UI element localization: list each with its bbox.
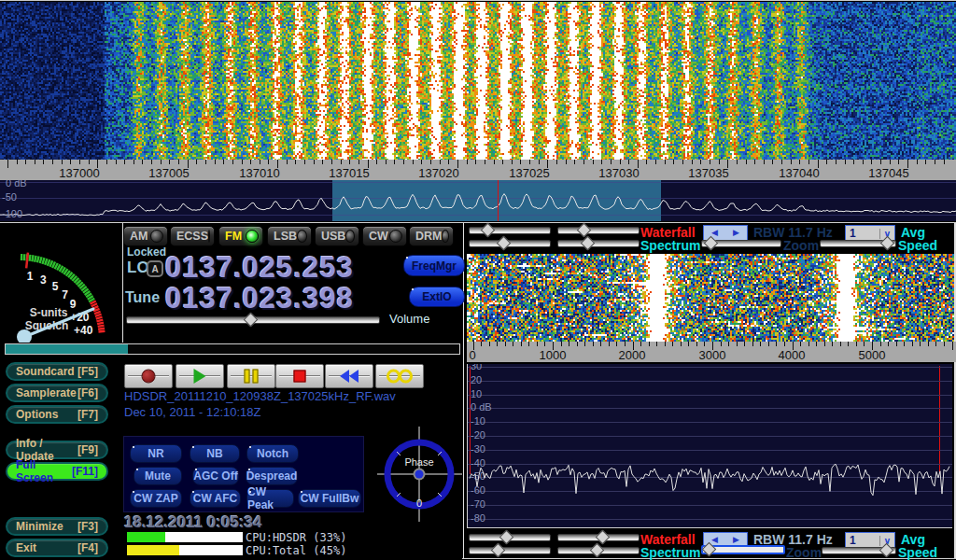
lo-frequency-value[interactable]: 0137.025.253 bbox=[165, 251, 354, 285]
record-button[interactable] bbox=[124, 364, 173, 388]
arrow-right-icon[interactable]: ▶ bbox=[733, 536, 739, 544]
slider-thumb[interactable] bbox=[499, 530, 514, 545]
tick-mark bbox=[277, 160, 278, 168]
tune-slider[interactable] bbox=[126, 316, 380, 324]
info-update-button[interactable]: Info / Update [F9] bbox=[6, 441, 108, 459]
tick-mark bbox=[520, 160, 521, 164]
spectrum-contrast-slider[interactable] bbox=[557, 240, 640, 247]
rf-waterfall[interactable] bbox=[0, 2, 956, 160]
af-frequency-scale[interactable]: 0 1000 2000 3000 4000 5000 bbox=[467, 342, 956, 362]
tick-mark bbox=[223, 160, 224, 164]
slider-thumb[interactable] bbox=[590, 543, 605, 558]
freq-tick-label: 1000 bbox=[540, 348, 567, 362]
notch-button[interactable]: Notch bbox=[246, 444, 299, 463]
tune-frequency-value[interactable]: 0137.023.398 bbox=[165, 282, 354, 315]
zoom-slider[interactable] bbox=[701, 240, 781, 247]
loop-button[interactable] bbox=[375, 364, 424, 388]
waterfall-contrast-slider[interactable] bbox=[557, 227, 640, 234]
datetime-display: 18.12.2011 0:05:34 bbox=[124, 513, 261, 532]
fullscreen-button[interactable]: Full Screen [F11] bbox=[6, 462, 108, 481]
speed-label: Speed bbox=[898, 545, 937, 560]
spectrum-contrast-slider[interactable] bbox=[557, 547, 640, 554]
nr-button[interactable]: NR bbox=[130, 444, 182, 463]
mode-cw-button[interactable]: CW bbox=[362, 226, 407, 246]
slider-thumb[interactable] bbox=[577, 223, 592, 238]
tick-mark bbox=[872, 342, 873, 350]
waterfall-contrast-slider[interactable] bbox=[557, 534, 640, 541]
zoom-slider[interactable] bbox=[701, 545, 785, 554]
tick-mark bbox=[826, 160, 827, 164]
agc-off-button[interactable]: AGC Off bbox=[192, 467, 239, 485]
options-button[interactable]: Options [F7] bbox=[6, 405, 108, 424]
spectrum-brightness-slider[interactable] bbox=[469, 547, 551, 554]
play-button[interactable] bbox=[176, 364, 224, 388]
mode-fm-button[interactable]: FM bbox=[218, 226, 263, 246]
s-meter-tick-label: 5 bbox=[52, 280, 59, 293]
cpu-total-bar bbox=[127, 545, 243, 555]
arrow-left-icon[interactable]: ◀ bbox=[711, 229, 718, 237]
spectrum-brightness-slider[interactable] bbox=[469, 240, 551, 247]
freq-tick-label: 137005 bbox=[148, 166, 189, 180]
slider-thumb[interactable] bbox=[581, 236, 596, 251]
tick-mark bbox=[494, 160, 495, 164]
rewind-button[interactable] bbox=[325, 364, 373, 388]
cw-afc-button[interactable]: CW AFC bbox=[190, 489, 241, 508]
mode-label: DRM bbox=[415, 230, 442, 243]
arrow-left-icon[interactable]: ◀ bbox=[711, 536, 718, 544]
speed-slider[interactable] bbox=[820, 240, 896, 247]
rf-spectrum[interactable]: 0 dB -50 -100 bbox=[0, 180, 956, 221]
tick-mark bbox=[457, 160, 458, 168]
slider-thumb[interactable] bbox=[702, 542, 717, 557]
cw-zap-button[interactable]: CW ZAP bbox=[130, 489, 182, 508]
tick-mark bbox=[134, 160, 134, 164]
waterfall-brightness-slider[interactable] bbox=[469, 534, 551, 541]
phase-dial[interactable]: Phase 0 bbox=[375, 423, 465, 525]
samplerate-button[interactable]: Samplerate [F6] bbox=[6, 384, 108, 402]
cw-peak-button[interactable]: CW Peak bbox=[246, 489, 294, 508]
mode-lsb-button[interactable]: LSB bbox=[267, 226, 312, 246]
progress-fill bbox=[6, 344, 128, 354]
cw-fullbw-button[interactable]: CW FullBw bbox=[298, 489, 361, 508]
tick-mark bbox=[584, 342, 585, 346]
mode-usb-button[interactable]: USB bbox=[315, 226, 359, 246]
af-spectrum[interactable]: 3020100 dB-10-20-30-40-50-60-70-80 bbox=[467, 364, 952, 528]
freqmgr-button[interactable]: FreqMgr bbox=[403, 255, 465, 276]
tune-marker[interactable] bbox=[498, 180, 499, 221]
af-waterfall[interactable] bbox=[467, 254, 954, 342]
tick-mark bbox=[556, 160, 557, 164]
stop-button[interactable] bbox=[275, 364, 324, 388]
slider-thumb[interactable] bbox=[497, 236, 512, 251]
slider-thumb[interactable] bbox=[491, 543, 506, 558]
lo-lock-badge[interactable]: A bbox=[147, 260, 163, 277]
avg-value: 1 bbox=[846, 534, 879, 547]
slider-thumb[interactable] bbox=[481, 223, 496, 238]
tick-mark bbox=[625, 342, 626, 346]
cpu-bar-fill bbox=[127, 545, 179, 555]
tick-mark bbox=[561, 342, 562, 346]
tick-mark bbox=[287, 160, 288, 164]
wav-filedate: Dec 10, 2011 - 12:10:18Z bbox=[124, 405, 260, 419]
rf-frequency-scale[interactable]: 137000 137005 137010 137015 137020 13702… bbox=[0, 160, 956, 180]
exit-button[interactable]: Exit [F4] bbox=[6, 539, 108, 557]
arrow-right-icon[interactable]: ▶ bbox=[733, 229, 739, 237]
minimize-button[interactable]: Minimize [F3] bbox=[6, 517, 108, 536]
mode-am-button[interactable]: AM bbox=[123, 226, 168, 246]
playback-progress-bar[interactable] bbox=[5, 343, 460, 355]
mode-ecss-button[interactable]: ECSS bbox=[170, 226, 215, 246]
despread-button[interactable]: Despread bbox=[246, 467, 298, 485]
freq-tick-label: 5000 bbox=[859, 348, 886, 362]
soundcard-button[interactable]: Soundcard [F5] bbox=[6, 362, 108, 381]
tick-mark bbox=[106, 160, 107, 164]
waterfall-brightness-slider[interactable] bbox=[469, 227, 551, 234]
extio-button[interactable]: ExtIO bbox=[409, 287, 465, 307]
pause-button[interactable] bbox=[227, 364, 275, 388]
mode-drm-button[interactable]: DRM bbox=[409, 226, 454, 246]
speed-slider[interactable] bbox=[822, 547, 896, 554]
s-meter-tick-label: +40 bbox=[74, 324, 93, 337]
tick-mark bbox=[331, 160, 332, 164]
nb-button[interactable]: NB bbox=[190, 444, 240, 463]
mute-button[interactable]: Mute bbox=[134, 467, 182, 485]
slider-thumb[interactable] bbox=[596, 530, 611, 545]
tick-mark bbox=[574, 160, 575, 164]
tick-mark bbox=[696, 342, 697, 346]
